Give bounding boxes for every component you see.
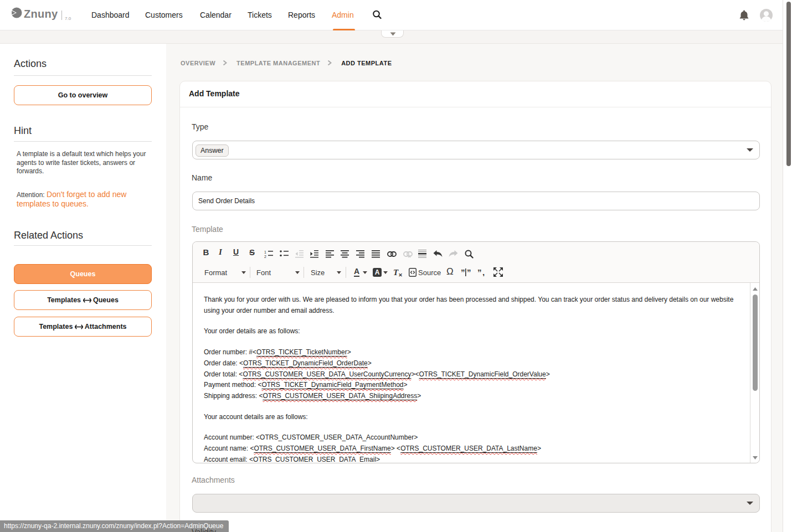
svg-text:‚: ‚: [482, 268, 485, 276]
svg-text:”: ”: [461, 268, 465, 276]
svg-text:”: ”: [477, 268, 482, 276]
svg-text:”: ”: [467, 268, 471, 276]
svg-text:2: 2: [264, 255, 266, 259]
svg-text:1: 1: [264, 250, 266, 254]
